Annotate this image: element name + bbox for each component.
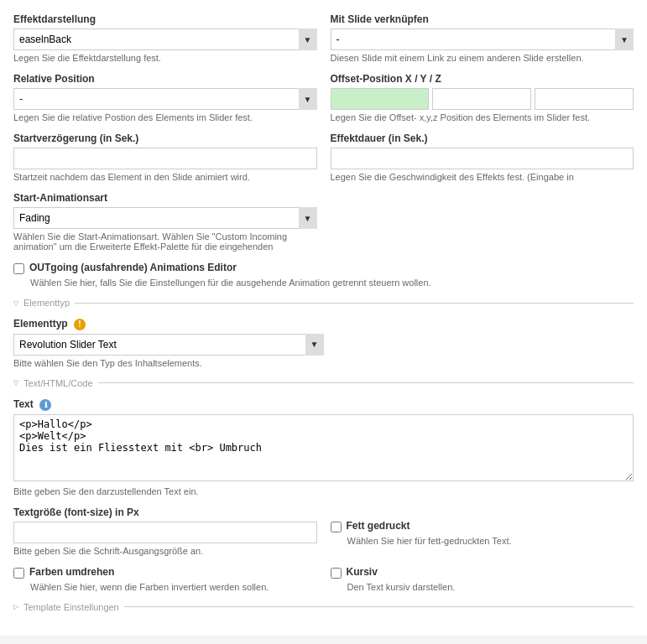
kursiv-label: Kursiv <box>347 566 378 578</box>
mit-slide-desc: Diesen Slide mit einem Link zu einem and… <box>331 53 634 63</box>
relative-position-select-wrapper: - ▼ <box>13 88 317 110</box>
textgroesse-input[interactable]: 14 <box>13 522 317 543</box>
start-animationsart-select-wrapper: Fading ▼ <box>13 207 317 229</box>
mit-slide-select[interactable]: - <box>331 29 634 50</box>
fett-gedruckt-checkbox[interactable] <box>331 522 342 532</box>
elementtyp-label: Elementtyp ! <box>13 318 634 330</box>
text-section-title: Text/HTML/Code <box>23 378 93 388</box>
elementtyp-section-line <box>75 303 634 304</box>
effektdarstellung-select-wrapper: easelnBack ▼ <box>13 29 317 50</box>
effektdauer-input[interactable]: 0.5 <box>331 148 634 169</box>
elementtyp-select[interactable]: Revolution Slider Text <box>13 334 324 356</box>
effektdauer-desc: Legen Sie die Geschwindigkeit des Effekt… <box>331 172 634 182</box>
startverzoegerung-label: Startverzögerung (in Sek.) <box>13 132 317 144</box>
mit-slide-label: Mit Slide verknüpfen <box>331 13 634 25</box>
text-field-desc: Bitte geben Sie den darzustellenden Text… <box>13 486 634 496</box>
fett-gedruckt-label: Fett gedruckt <box>347 520 410 532</box>
textgroesse-label: Textgröße (font-size) in Px <box>13 506 317 518</box>
kursiv-row: Kursiv <box>331 566 634 579</box>
text-textarea[interactable]: <p>Hallo</p> <p>Welt</p> Dies ist ein Fl… <box>13 414 634 481</box>
startverzoegerung-input[interactable]: 0 <box>13 148 317 169</box>
offset-y-input[interactable] <box>432 88 531 110</box>
section-template-header: ▷ Template Einstellungen <box>13 602 634 612</box>
offset-position-inputs <box>331 88 634 110</box>
fett-gedruckt-row: Fett gedruckt <box>331 520 634 532</box>
offset-z-input[interactable] <box>535 88 634 110</box>
text-section-triangle-icon: ▽ <box>13 379 18 387</box>
text-info-icon[interactable]: ℹ <box>39 399 51 411</box>
section-elementtyp-header: ▽ Elementtyp <box>13 298 634 308</box>
effektdarstellung-desc: Legen Sie die Effektdarstellung fest. <box>13 53 317 63</box>
offset-x-input[interactable] <box>331 88 430 110</box>
offset-position-desc: Legen Sie die Offset- x,y,z Position des… <box>331 112 634 122</box>
text-section-line <box>98 382 634 383</box>
outgoing-checkbox[interactable] <box>13 263 24 274</box>
text-field-label: Text ℹ <box>13 398 634 411</box>
effektdarstellung-select[interactable]: easelnBack <box>13 29 317 50</box>
fett-gedruckt-desc: Wählen Sie hier für fett-gedruckten Text… <box>347 536 634 546</box>
relative-position-desc: Legen Sie die relative Postion des Eleme… <box>13 112 317 122</box>
farben-umdrehen-desc: Wählen Sie hier, wenn die Farben inverti… <box>30 582 317 592</box>
outgoing-checkbox-label: OUTgoing (ausfahrende) Animations Editor <box>29 262 237 273</box>
elementtyp-desc: Bitte wählen Sie den Typ des Inhaltselem… <box>13 358 634 368</box>
relative-position-label: Relative Position <box>13 73 317 85</box>
farben-umdrehen-label: Farben umdrehen <box>29 566 114 578</box>
outgoing-checkbox-desc: Wählen Sie hier, falls Sie die Einstellu… <box>30 278 634 288</box>
start-animationsart-desc: Wählen Sie die Start-Animationsart. Wähl… <box>13 231 317 252</box>
startverzoegerung-desc: Startzeit nachdem das Element in den Sli… <box>13 172 317 182</box>
elementtyp-section-title: Elementtyp <box>23 298 70 308</box>
kursiv-checkbox[interactable] <box>331 568 342 579</box>
elementtyp-select-wrapper: Revolution Slider Text ▼ <box>13 334 324 356</box>
template-section-line <box>124 606 634 607</box>
elementtyp-triangle-icon: ▽ <box>13 299 18 307</box>
start-animationsart-select[interactable]: Fading <box>13 207 317 229</box>
relative-position-select[interactable]: - <box>13 88 317 110</box>
offset-position-label: Offset-Position X / Y / Z <box>331 73 634 85</box>
farben-umdrehen-row: Farben umdrehen <box>13 566 317 579</box>
template-triangle-icon: ▷ <box>13 603 18 610</box>
mit-slide-select-wrapper: - ▼ <box>331 29 634 50</box>
effektdauer-label: Effektdauer (in Sek.) <box>331 132 634 144</box>
effektdarstellung-label: Effektdarstellung <box>13 13 317 25</box>
start-animationsart-label: Start-Animationsart <box>13 192 317 204</box>
outgoing-checkbox-row: OUTgoing (ausfahrende) Animations Editor <box>13 262 634 274</box>
elementtyp-warning-icon: ! <box>74 319 86 330</box>
section-text-header: ▽ Text/HTML/Code <box>13 378 634 388</box>
template-section-title: Template Einstellungen <box>23 602 119 612</box>
textgroesse-desc: Bitte geben Sie die Schrift-Ausgangsgröß… <box>13 546 317 556</box>
kursiv-desc: Den Text kursiv darstellen. <box>347 582 634 592</box>
farben-umdrehen-checkbox[interactable] <box>13 568 24 579</box>
